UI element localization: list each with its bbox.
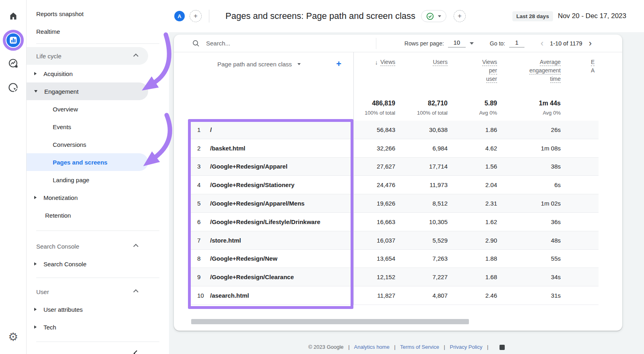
sidebar-item-pages-and-screens[interactable]: Pages and screens [27, 153, 148, 171]
column-header-views-per-user[interactable]: Views per user [448, 52, 497, 95]
sidebar-item-monetization[interactable]: Monetization [27, 189, 169, 206]
expand-right-icon[interactable] [34, 262, 37, 266]
table-row[interactable]: 8 /Google+Redesign/New 13,654 7,263 1.88… [190, 250, 599, 268]
section-header-search-console[interactable]: Search Console [27, 237, 169, 255]
reports-nav-icon[interactable] [6, 33, 20, 47]
sidebar-item-engagement[interactable]: Engagement [27, 82, 148, 100]
table-header: Page path and screen class + ↓ Views Use… [174, 52, 622, 95]
next-page-icon[interactable]: › [589, 38, 592, 49]
cell-views: 16,037 [353, 231, 395, 249]
dimension-header[interactable]: Page path and screen class + [190, 52, 353, 68]
table-row[interactable]: 10 /asearch.html 11,827 4,807 2.46 31s [190, 286, 599, 305]
column-header-avg-engagement-time[interactable]: Average engagement time [497, 52, 561, 95]
sidebar-item-conversions[interactable]: Conversions [27, 136, 169, 153]
table-row[interactable]: 1 / 56,843 30,638 1.86 26s [190, 121, 599, 139]
expand-right-icon[interactable] [34, 325, 37, 329]
cell-page-path: /Google+Redesign/Stationery [210, 176, 353, 194]
advertising-icon[interactable] [8, 82, 19, 95]
cell-views: 19,626 [353, 194, 395, 212]
date-preset-chip[interactable]: Last 28 days [512, 11, 553, 21]
add-button[interactable]: + [454, 10, 466, 22]
total-avg-engagement: 1m 44s [539, 100, 561, 107]
sidebar-item-search-console[interactable]: Search Console [27, 255, 169, 273]
table-row[interactable]: 2 /basket.html 32,266 6,984 4.62 1m 08s [190, 139, 599, 158]
table-row[interactable]: 4 /Google+Redesign/Stationery 24,476 11,… [190, 176, 599, 194]
cell-views-per-user: 1.86 [448, 121, 497, 139]
date-range[interactable]: Nov 20 - Dec 17, 2023 [558, 12, 626, 20]
terms-link[interactable]: Terms of Service [400, 344, 439, 350]
chevron-down-icon[interactable] [297, 63, 301, 65]
totals-row: 486,819 100% of total 82,710 100% of tot… [190, 95, 599, 121]
total-views: 486,819 [372, 100, 395, 107]
sidebar-item-retention[interactable]: Retention [27, 206, 169, 224]
app-rail: ⚙ [0, 0, 27, 354]
expand-right-icon[interactable] [34, 196, 37, 199]
explore-icon[interactable] [8, 58, 19, 70]
sidebar-item-reports-snapshot[interactable]: Reports snapshot [27, 5, 169, 23]
table-row[interactable]: 6 /Google+Redesign/Lifestyle/Drinkware 1… [190, 213, 599, 231]
cell-users: 11,973 [395, 176, 448, 194]
sidebar-item-acquisition[interactable]: Acquisition [27, 65, 169, 82]
collapse-section-icon[interactable] [133, 244, 138, 249]
sort-descending-icon: ↓ [375, 59, 378, 66]
cell-avg-engagement-time: 48s [497, 231, 561, 249]
chevron-down-icon [438, 15, 441, 17]
cell-users: 30,638 [395, 121, 448, 139]
admin-gear-icon[interactable]: ⚙ [8, 331, 18, 343]
previous-page-icon[interactable]: ‹ [541, 38, 543, 49]
cell-page-path: / [210, 121, 353, 139]
analytics-home-link[interactable]: Analytics home [354, 344, 390, 350]
table-row[interactable]: 9 /Google+Redesign/Clearance 12,152 7,22… [190, 268, 599, 286]
sidebar-item-user-attributes[interactable]: User attributes [27, 300, 169, 318]
goto-input[interactable]: 1 [509, 39, 524, 47]
cell-rank: 3 [190, 158, 210, 176]
table-row[interactable]: 5 /Google+Redesign/Apparel/Mens 19,626 8… [190, 194, 599, 213]
collapse-section-icon[interactable] [133, 54, 138, 59]
total-users: 82,710 [428, 100, 448, 107]
collapse-sidebar-button[interactable] [27, 344, 169, 354]
section-header-life-cycle[interactable]: Life cycle [27, 47, 148, 65]
sidebar-item-tech[interactable]: Tech [27, 318, 169, 336]
expand-down-icon[interactable] [34, 90, 37, 93]
cell-views-per-user: 4.62 [448, 139, 497, 157]
cell-views: 12,152 [353, 268, 395, 286]
search-icon [192, 40, 200, 47]
home-icon[interactable] [8, 11, 18, 23]
add-comparison-button[interactable]: + [190, 10, 202, 22]
feedback-icon[interactable] [500, 345, 505, 350]
search-input[interactable] [205, 39, 326, 47]
avatar[interactable]: A [174, 11, 185, 21]
privacy-link[interactable]: Privacy Policy [450, 344, 483, 350]
rows-per-page-select[interactable]: 10 [448, 39, 466, 47]
page-title: Pages and screens: Page path and screen … [225, 11, 415, 21]
collapse-section-icon[interactable] [133, 289, 138, 294]
sidebar-item-events[interactable]: Events [27, 118, 169, 136]
cell-page-path: /basket.html [210, 139, 353, 157]
column-header-views[interactable]: ↓ Views [353, 52, 395, 95]
reports-annotation-ring [3, 30, 24, 51]
horizontal-scrollbar[interactable] [191, 319, 469, 324]
page-footer: © 2023 Google | Analytics home | Terms o… [169, 344, 644, 350]
table-row[interactable]: 3 /Google+Redesign/Apparel 27,627 17,714… [190, 158, 599, 176]
expand-right-icon[interactable] [34, 72, 37, 75]
sidebar-item-landing-page[interactable]: Landing page [27, 171, 169, 189]
cell-users: 7,263 [395, 250, 448, 268]
report-table-card: Rows per page: 10 Go to: 1 ‹ 1-10 of 117… [174, 35, 622, 331]
cell-page-path: /store.html [210, 231, 353, 249]
sidebar-item-overview[interactable]: Overview [27, 100, 169, 118]
column-header-users[interactable]: Users [395, 52, 448, 95]
expand-right-icon[interactable] [34, 308, 37, 311]
cell-avg-engagement-time: 31s [497, 286, 561, 305]
table-row[interactable]: 7 /store.html 16,037 5,529 2.90 48s [190, 231, 599, 250]
add-dimension-icon[interactable]: + [336, 60, 341, 68]
column-header-clipped[interactable]: E A [561, 52, 599, 95]
section-header-user[interactable]: User [27, 283, 169, 300]
data-quality-badge[interactable] [421, 10, 446, 22]
cell-avg-engagement-time: 26s [497, 121, 561, 139]
sidebar-label: Reports snapshot [36, 10, 84, 17]
sidebar-item-realtime[interactable]: Realtime [27, 23, 169, 40]
sidebar-label: Realtime [36, 28, 60, 35]
cell-rank: 5 [190, 194, 210, 212]
chevron-down-icon[interactable] [470, 42, 474, 45]
cell-avg-engagement-time: 36s [497, 213, 561, 231]
